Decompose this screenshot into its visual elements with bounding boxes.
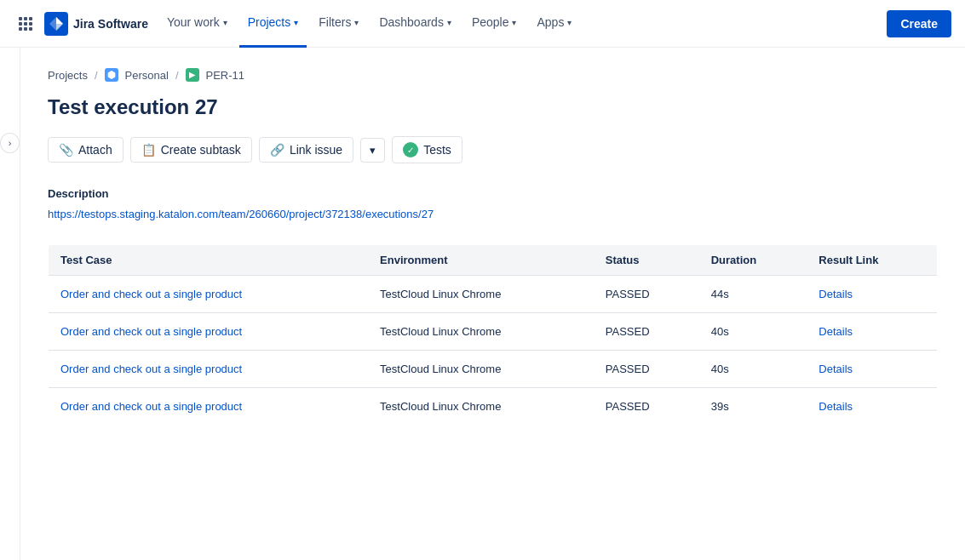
jira-logo[interactable]: Jira Software — [44, 12, 148, 36]
svg-rect-3 — [19, 22, 22, 26]
attach-icon: 📎 — [59, 143, 73, 157]
chevron-down-icon: ▾ — [223, 18, 227, 27]
cell-status: PASSED — [594, 276, 699, 313]
create-subtask-label: Create subtask — [161, 143, 241, 157]
breadcrumb-separator: / — [95, 69, 98, 82]
cell-duration: 40s — [699, 351, 807, 388]
table-row: Order and check out a single product Tes… — [49, 388, 938, 426]
col-test-case: Test Case — [49, 245, 369, 276]
nav-item-people[interactable]: People ▾ — [463, 0, 526, 48]
test-case-link[interactable]: Order and check out a single product — [60, 288, 242, 300]
cell-result-link: Details — [807, 351, 937, 388]
chevron-down-icon: ▾ — [370, 144, 376, 157]
link-issue-button[interactable]: 🔗 Link issue — [259, 137, 353, 163]
svg-rect-8 — [29, 27, 32, 31]
logo-text: Jira Software — [73, 17, 148, 31]
nav-label-your-work: Your work — [167, 15, 220, 29]
table-row: Order and check out a single product Tes… — [49, 276, 938, 313]
description-label: Description — [48, 187, 938, 200]
nav-item-apps[interactable]: Apps ▾ — [528, 0, 580, 48]
attach-label: Attach — [78, 143, 112, 157]
sidebar-toggle-button[interactable]: › — [0, 133, 20, 153]
result-details-link[interactable]: Details — [819, 325, 853, 338]
breadcrumb-personal[interactable]: Personal — [125, 69, 169, 82]
breadcrumb: Projects / Personal / ▶ PER-11 — [48, 68, 938, 82]
personal-icon — [105, 68, 118, 82]
tests-label: Tests — [423, 143, 451, 157]
description-section: Description https://testops.staging.kata… — [48, 187, 938, 220]
nav-label-dashboards: Dashboards — [379, 15, 444, 29]
cell-duration: 39s — [699, 388, 807, 426]
sidebar-toggle[interactable]: › — [0, 48, 20, 560]
cell-environment: TestCloud Linux Chrome — [368, 313, 594, 351]
nav-item-your-work[interactable]: Your work ▾ — [158, 0, 236, 48]
svg-rect-2 — [29, 17, 32, 20]
result-details-link[interactable]: Details — [819, 363, 853, 375]
tests-icon: ✓ — [403, 142, 418, 157]
nav-label-people: People — [472, 15, 509, 29]
cell-test-case: Order and check out a single product — [49, 388, 369, 426]
col-status: Status — [594, 245, 699, 276]
cell-status: PASSED — [594, 313, 699, 351]
cell-result-link: Details — [807, 388, 937, 426]
nav-label-filters: Filters — [319, 15, 351, 29]
nav-item-filters[interactable]: Filters ▾ — [310, 0, 367, 48]
link-issue-label: Link issue — [290, 143, 342, 157]
chevron-down-icon: ▾ — [512, 18, 516, 27]
cell-result-link: Details — [807, 313, 937, 351]
col-environment: Environment — [368, 245, 594, 276]
cell-test-case: Order and check out a single product — [49, 276, 369, 313]
svg-rect-0 — [19, 17, 22, 20]
result-details-link[interactable]: Details — [819, 400, 853, 413]
nav-item-dashboards[interactable]: Dashboards ▾ — [370, 0, 460, 48]
col-result-link: Result Link — [807, 245, 937, 276]
chevron-down-icon: ▾ — [447, 18, 451, 27]
table-row: Order and check out a single product Tes… — [49, 313, 938, 351]
table-row: Order and check out a single product Tes… — [49, 351, 938, 388]
page-title: Test execution 27 — [48, 95, 938, 119]
cell-duration: 40s — [699, 313, 807, 351]
per-icon: ▶ — [186, 68, 199, 82]
tests-button[interactable]: ✓ Tests — [392, 136, 462, 163]
svg-rect-1 — [24, 17, 27, 20]
cell-environment: TestCloud Linux Chrome — [368, 388, 594, 426]
table-header: Test Case Environment Status Duration Re… — [49, 245, 938, 276]
create-subtask-button[interactable]: 📋 Create subtask — [130, 137, 252, 163]
chevron-down-icon: ▾ — [354, 18, 359, 27]
page-layout: › Projects / Personal / ▶ PER-11 Test ex… — [0, 48, 965, 560]
results-table: Test Case Environment Status Duration Re… — [48, 244, 938, 426]
result-details-link[interactable]: Details — [819, 288, 853, 300]
breadcrumb-projects[interactable]: Projects — [48, 69, 88, 82]
cell-status: PASSED — [594, 388, 699, 426]
nav-item-projects[interactable]: Projects ▾ — [239, 0, 307, 48]
svg-rect-6 — [19, 27, 22, 31]
table-body: Order and check out a single product Tes… — [49, 276, 938, 426]
test-case-link[interactable]: Order and check out a single product — [60, 400, 242, 413]
create-button[interactable]: Create — [887, 10, 951, 37]
cell-duration: 44s — [699, 276, 807, 313]
breadcrumb-separator: / — [175, 69, 179, 82]
svg-rect-5 — [29, 22, 32, 26]
more-actions-button[interactable]: ▾ — [360, 138, 385, 163]
table-header-row: Test Case Environment Status Duration Re… — [49, 245, 938, 276]
main-content: Projects / Personal / ▶ PER-11 Test exec… — [20, 48, 965, 560]
svg-rect-7 — [24, 27, 27, 31]
attach-button[interactable]: 📎 Attach — [48, 137, 123, 163]
cell-test-case: Order and check out a single product — [49, 351, 369, 388]
grid-menu-icon[interactable] — [14, 12, 37, 36]
nav-label-apps: Apps — [537, 15, 564, 29]
test-case-link[interactable]: Order and check out a single product — [60, 363, 242, 375]
cell-test-case: Order and check out a single product — [49, 313, 369, 351]
chevron-down-icon: ▾ — [567, 18, 572, 27]
top-navigation: Jira Software Your work ▾ Projects ▾ Fil… — [0, 0, 965, 48]
test-case-link[interactable]: Order and check out a single product — [60, 325, 242, 338]
breadcrumb-per11[interactable]: PER-11 — [206, 69, 245, 82]
chevron-down-icon: ▾ — [294, 18, 298, 27]
action-bar: 📎 Attach 📋 Create subtask 🔗 Link issue ▾… — [48, 136, 938, 163]
col-duration: Duration — [699, 245, 807, 276]
cell-environment: TestCloud Linux Chrome — [368, 351, 594, 388]
description-url[interactable]: https://testops.staging.katalon.com/team… — [48, 208, 434, 220]
nav-label-projects: Projects — [248, 15, 291, 29]
cell-environment: TestCloud Linux Chrome — [368, 276, 594, 313]
cell-status: PASSED — [594, 351, 699, 388]
